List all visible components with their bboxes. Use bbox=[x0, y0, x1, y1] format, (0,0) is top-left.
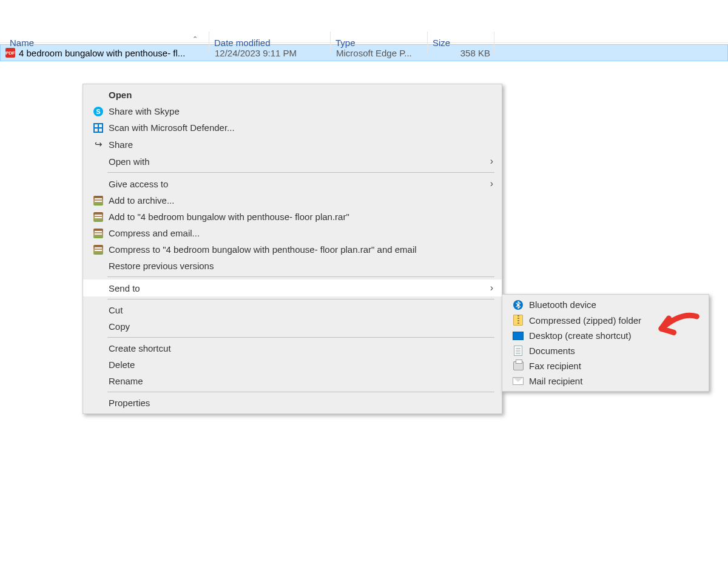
menu-add-archive-label: Add to archive... bbox=[105, 195, 174, 206]
submenu-bluetooth-label: Bluetooth device bbox=[525, 299, 596, 310]
winrar-icon bbox=[93, 245, 103, 255]
file-type-text: Microsoft Edge P... bbox=[331, 48, 428, 58]
submenu-zipped-label: Compressed (zipped) folder bbox=[525, 315, 641, 326]
menu-properties[interactable]: Properties bbox=[83, 395, 502, 411]
submenu-documents-label: Documents bbox=[525, 346, 575, 356]
menu-separator bbox=[107, 337, 494, 338]
menu-open[interactable]: Open bbox=[83, 87, 502, 103]
fax-icon bbox=[513, 361, 524, 370]
winrar-icon bbox=[93, 212, 103, 222]
pdf-icon bbox=[5, 48, 15, 58]
documents-icon bbox=[514, 346, 522, 356]
menu-rename[interactable]: Rename bbox=[83, 373, 502, 389]
menu-share[interactable]: ↪ Share bbox=[83, 136, 502, 153]
menu-add-archive[interactable]: Add to archive... bbox=[83, 192, 502, 209]
winrar-icon bbox=[93, 229, 103, 238]
menu-open-with[interactable]: Open with › bbox=[83, 153, 502, 170]
menu-share-skype[interactable]: Share with Skype bbox=[83, 103, 502, 119]
menu-copy-label: Copy bbox=[105, 321, 130, 332]
zip-folder-icon bbox=[513, 315, 523, 326]
file-size-text: 358 KB bbox=[428, 48, 495, 58]
menu-copy[interactable]: Copy bbox=[83, 318, 502, 335]
menu-delete-label: Delete bbox=[105, 360, 135, 370]
submenu-desktop-label: Desktop (create shortcut) bbox=[525, 330, 631, 341]
file-date-text: 12/24/2023 9:11 PM bbox=[210, 48, 331, 58]
mail-icon bbox=[513, 377, 524, 385]
menu-compress-rar-email-label: Compress to "4 bedroom bungalow with pen… bbox=[105, 244, 417, 255]
menu-properties-label: Properties bbox=[105, 398, 150, 408]
menu-separator bbox=[107, 172, 494, 173]
menu-send-to-label: Send to bbox=[105, 283, 140, 293]
menu-give-access-label: Give access to bbox=[105, 179, 168, 189]
menu-create-shortcut[interactable]: Create shortcut bbox=[83, 340, 502, 356]
context-menu: Open Share with Skype Scan with Microsof… bbox=[83, 84, 502, 414]
winrar-icon bbox=[93, 196, 103, 206]
defender-icon bbox=[93, 123, 103, 133]
menu-restore[interactable]: Restore previous versions bbox=[83, 258, 502, 274]
menu-open-with-label: Open with bbox=[105, 156, 150, 167]
menu-add-rar-label: Add to "4 bedroom bungalow with penthous… bbox=[105, 212, 349, 222]
column-type-label: Type bbox=[335, 38, 356, 48]
menu-compress-email[interactable]: Compress and email... bbox=[83, 225, 502, 241]
menu-create-shortcut-label: Create shortcut bbox=[105, 343, 171, 353]
menu-rename-label: Rename bbox=[105, 376, 143, 386]
column-date-label: Date modified bbox=[214, 38, 271, 48]
skype-icon bbox=[93, 107, 103, 116]
share-icon: ↪ bbox=[95, 139, 103, 150]
menu-delete[interactable]: Delete bbox=[83, 356, 502, 373]
sort-caret-icon: ⌃ bbox=[192, 35, 198, 43]
menu-separator bbox=[107, 392, 494, 392]
menu-defender-label: Scan with Microsoft Defender... bbox=[105, 122, 235, 133]
menu-add-rar[interactable]: Add to "4 bedroom bungalow with penthous… bbox=[83, 209, 502, 225]
chevron-right-icon: › bbox=[490, 156, 493, 167]
menu-give-access[interactable]: Give access to › bbox=[83, 175, 502, 192]
menu-skype-label: Share with Skype bbox=[105, 106, 180, 116]
menu-cut-label: Cut bbox=[105, 305, 123, 315]
menu-share-label: Share bbox=[105, 139, 133, 150]
menu-cut[interactable]: Cut bbox=[83, 302, 502, 318]
annotation-arrow-icon bbox=[647, 307, 705, 350]
desktop-icon bbox=[513, 332, 524, 340]
column-size-label: Size bbox=[433, 38, 450, 48]
menu-restore-label: Restore previous versions bbox=[105, 261, 214, 271]
submenu-mail[interactable]: Mail recipient bbox=[502, 373, 709, 389]
menu-compress-email-label: Compress and email... bbox=[105, 228, 200, 238]
column-name-label: Name bbox=[10, 38, 34, 48]
menu-defender[interactable]: Scan with Microsoft Defender... bbox=[83, 119, 502, 136]
chevron-right-icon: › bbox=[490, 283, 493, 293]
submenu-mail-label: Mail recipient bbox=[525, 376, 582, 386]
chevron-right-icon: › bbox=[490, 178, 493, 189]
file-name-text: 4 bedroom bungalow with penthouse- fl... bbox=[19, 48, 185, 58]
menu-compress-rar-email[interactable]: Compress to "4 bedroom bungalow with pen… bbox=[83, 241, 502, 258]
submenu-fax-label: Fax recipient bbox=[525, 361, 581, 371]
column-header-row: Name ⌃ Date modified Type Size bbox=[0, 0, 728, 43]
menu-open-label: Open bbox=[105, 90, 132, 100]
submenu-fax[interactable]: Fax recipient bbox=[502, 358, 709, 373]
menu-separator bbox=[107, 299, 494, 299]
menu-send-to[interactable]: Send to › bbox=[83, 279, 502, 296]
bluetooth-icon bbox=[513, 300, 523, 310]
menu-separator bbox=[107, 276, 494, 277]
